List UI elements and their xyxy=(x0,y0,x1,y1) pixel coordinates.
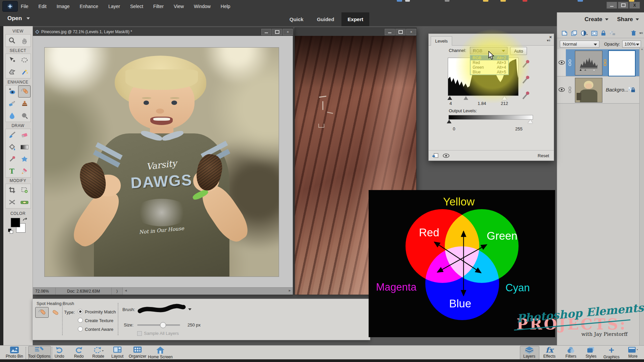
taskbar-styles[interactable]: Styles xyxy=(579,346,603,360)
layer-mask-thumbnail[interactable] xyxy=(608,50,636,76)
doc1-minimize-button[interactable] xyxy=(261,29,271,35)
white-point-eyedropper-icon[interactable] xyxy=(522,90,530,100)
brush-dropdown-caret-icon[interactable] xyxy=(188,308,192,310)
reset-button[interactable]: Reset xyxy=(538,153,549,158)
app-close-button[interactable]: X xyxy=(629,2,640,9)
size-slider-track[interactable] xyxy=(137,324,180,326)
hand-tool[interactable] xyxy=(18,35,31,47)
sponge-tool[interactable] xyxy=(18,110,31,122)
zoom-level-field[interactable]: 72.06% xyxy=(33,288,56,295)
background-layer-name[interactable]: Backgro... xyxy=(606,87,629,93)
doc1-maximize-button[interactable] xyxy=(272,29,282,35)
horizontal-scrollbar[interactable]: ◄ ► xyxy=(123,288,293,295)
adjustment-layer-icon[interactable] xyxy=(581,30,588,36)
crop-tool[interactable] xyxy=(6,184,18,196)
radio-content-aware-label[interactable]: Content Aware xyxy=(85,327,113,332)
doc2-title-bar[interactable]: × xyxy=(295,28,416,36)
input-black-slider[interactable] xyxy=(447,96,452,100)
layers-panel-menu-icon[interactable]: ▾≡ xyxy=(639,31,643,35)
background-layer-thumbnail[interactable] xyxy=(575,78,602,103)
red-eye-tool[interactable] xyxy=(6,85,18,98)
menu-help[interactable]: Help xyxy=(221,4,230,9)
channel-option-red[interactable]: RedAlt+3 xyxy=(471,60,508,65)
paint-bucket-tool[interactable] xyxy=(6,141,18,153)
input-white-value[interactable]: 212 xyxy=(501,101,508,106)
pinecones-photo[interactable]: Varsity DAWGS Not in Our House xyxy=(44,47,279,277)
input-gamma-value[interactable]: 1.84 xyxy=(478,101,486,106)
layer-row-background[interactable]: Backgro... xyxy=(557,76,640,104)
size-slider-handle[interactable] xyxy=(160,322,166,328)
menu-filter[interactable]: Filter xyxy=(153,4,164,9)
tab-quick[interactable]: Quick xyxy=(283,12,310,26)
opacity-select[interactable]: 100% xyxy=(622,41,641,48)
channel-option-blue[interactable]: BlueAlt+5 xyxy=(471,70,508,74)
layer1-link-icon[interactable] xyxy=(568,59,572,66)
background-lock-icon[interactable] xyxy=(628,86,636,93)
recompose-tool[interactable] xyxy=(18,184,31,196)
radio-create-texture-label[interactable]: Create Texture xyxy=(85,318,113,323)
duplicate-layer-icon[interactable] xyxy=(571,30,578,36)
menu-edit[interactable]: Edit xyxy=(39,4,47,9)
sample-all-layers-checkbox[interactable] xyxy=(137,331,142,336)
spot-healing-variant-button[interactable] xyxy=(35,307,49,318)
channel-option-green[interactable]: GreenAlt+4 xyxy=(471,65,508,70)
layers-scrollbar[interactable]: ▲ xyxy=(639,47,644,345)
layer-row-levels[interactable] xyxy=(557,49,640,76)
gradient-tool[interactable] xyxy=(18,141,31,153)
radio-create-texture[interactable] xyxy=(78,318,83,323)
menu-layer[interactable]: Layer xyxy=(108,4,120,9)
zoom-tool[interactable] xyxy=(6,35,18,47)
layer2-visibility-eye-icon[interactable] xyxy=(558,87,565,92)
lock-pixels-icon[interactable] xyxy=(609,30,616,36)
lock-icon[interactable] xyxy=(601,30,606,36)
layer-mask-apply-icon[interactable] xyxy=(432,153,439,158)
status-expand-button[interactable]: 〉 xyxy=(112,288,123,295)
tab-expert[interactable]: Expert xyxy=(341,12,369,26)
input-black-value[interactable]: 4 xyxy=(449,101,452,106)
doc2-minimize-button[interactable] xyxy=(385,29,395,35)
output-black-slider[interactable] xyxy=(447,120,451,123)
blend-mode-select[interactable]: Normal xyxy=(560,41,599,48)
taskbar-effects[interactable]: fx Effects xyxy=(538,346,561,360)
menu-image[interactable]: Image xyxy=(57,4,70,9)
layer-mask-icon[interactable] xyxy=(591,30,598,36)
menu-file[interactable]: File xyxy=(21,4,29,9)
foreground-color-swatch[interactable] xyxy=(11,218,20,227)
shape-tool[interactable] xyxy=(18,153,31,165)
menu-enhance[interactable]: Enhance xyxy=(80,4,98,9)
smart-brush-tool[interactable] xyxy=(6,98,18,110)
taskbar-photo-bin[interactable]: Photo Bin xyxy=(3,346,26,360)
black-point-eyedropper-icon[interactable] xyxy=(522,59,530,69)
doc2-close-button[interactable]: × xyxy=(406,29,416,35)
layer1-mask-link-icon[interactable] xyxy=(603,59,607,66)
app-minimize-button[interactable] xyxy=(606,2,617,9)
type-tool[interactable]: T xyxy=(6,165,18,177)
layer2-link-icon[interactable] xyxy=(568,86,572,93)
content-aware-move-tool[interactable] xyxy=(6,196,18,208)
delete-layer-trash-icon[interactable] xyxy=(631,30,636,36)
menu-select[interactable]: Select xyxy=(130,4,143,9)
brush-tool[interactable] xyxy=(6,129,18,141)
doc1-title-bar[interactable]: Pinecones.jpg @ 72.1% (Levels 1, Layer M… xyxy=(33,28,293,36)
spot-healing-brush-tool[interactable] xyxy=(18,85,31,98)
radio-proximity-match[interactable] xyxy=(78,309,83,314)
share-button[interactable]: Share xyxy=(617,16,639,23)
visibility-eye-icon[interactable] xyxy=(443,154,449,158)
taskbar-more[interactable]: More xyxy=(621,346,644,360)
healing-brush-variant-button[interactable] xyxy=(50,308,61,316)
create-button[interactable]: Create xyxy=(585,16,608,23)
menu-window[interactable]: Window xyxy=(194,4,211,9)
levels-adjustment-thumbnail[interactable] xyxy=(575,51,602,75)
clone-stamp-tool[interactable] xyxy=(18,98,31,110)
pencil-tool[interactable] xyxy=(18,165,31,177)
brush-stroke-preview[interactable] xyxy=(137,303,186,315)
taskbar-graphics[interactable]: + Graphics xyxy=(600,346,623,360)
tab-guided[interactable]: Guided xyxy=(311,12,340,26)
open-dropdown-caret-icon[interactable] xyxy=(26,17,30,19)
eyedropper-tool[interactable] xyxy=(6,153,18,165)
radio-content-aware[interactable] xyxy=(78,326,83,331)
magic-wand-tool[interactable] xyxy=(18,66,31,78)
app-maximize-button[interactable] xyxy=(618,2,629,9)
auto-button[interactable]: Auto xyxy=(510,47,527,55)
output-white-value[interactable]: 255 xyxy=(515,126,523,131)
